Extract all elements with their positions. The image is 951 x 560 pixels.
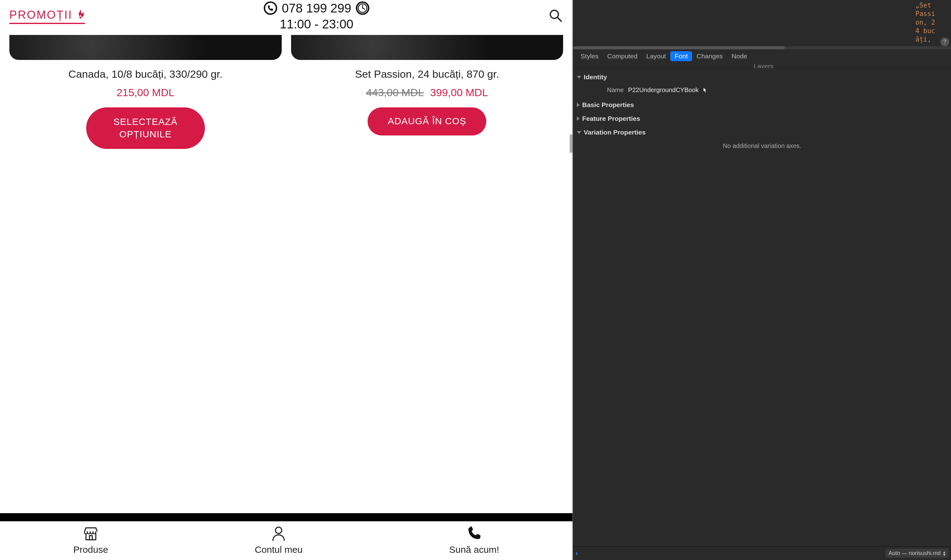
select-options-button[interactable]: SELECTEAZĂ OPȚIUNILE (86, 108, 205, 149)
product-image[interactable] (9, 35, 282, 60)
tab-node[interactable]: Node (727, 51, 751, 61)
nav-produse[interactable]: Produse (73, 525, 108, 555)
viewport-scrollbar[interactable] (570, 134, 572, 153)
font-panel: Identity Name P22UndergroundCYBook Basic… (573, 68, 951, 546)
phone-ring-icon (264, 1, 277, 15)
header-phone-number[interactable]: 078 199 299 (282, 1, 351, 15)
product-price-row: 443,00 MDL 399,00 MDL (366, 86, 488, 98)
console-context-selector[interactable]: Auto — norisushi.md ▴▾ (885, 549, 948, 558)
section-variation-label: Variation Properties (584, 129, 646, 136)
svg-point-0 (265, 2, 277, 14)
product-price: 215,00 MDL (117, 86, 174, 98)
chevron-updown-icon: ▴▾ (943, 551, 945, 556)
search-button[interactable] (548, 8, 563, 25)
product-image[interactable] (291, 35, 563, 60)
console-context-label: Auto — norisushi.md (889, 550, 941, 557)
header-hours: 11:00 - 23:00 (264, 17, 369, 31)
phone-icon (465, 525, 482, 542)
section-basic-properties[interactable]: Basic Properties (576, 98, 948, 112)
nav-suna-acum[interactable]: Sună acum! (449, 525, 499, 555)
dom-text-node[interactable]: „Set Passion, 24 bucăți, (916, 1, 938, 44)
header-phone-row: 078 199 299 (264, 1, 369, 15)
product-old-price: 443,00 MDL (366, 86, 424, 98)
chevron-right-icon (577, 117, 580, 121)
footer-strip (0, 513, 572, 521)
tab-changes[interactable]: Changes (692, 51, 727, 61)
product-price-row: 215,00 MDL (117, 86, 174, 98)
website-viewport: PROMOȚII 078 199 299 11:00 - 23:00 (0, 0, 572, 560)
identity-name-label: Name (577, 86, 624, 94)
clock-icon (356, 1, 370, 15)
tab-layout[interactable]: Layout (642, 51, 670, 61)
search-icon (548, 8, 563, 23)
add-to-cart-button[interactable]: ADAUGĂ ÎN COȘ (368, 108, 486, 135)
nav-produse-label: Produse (73, 545, 108, 555)
product-card: Set Passion, 24 bucăți, 870 gr. 443,00 M… (291, 35, 563, 149)
store-icon (82, 525, 99, 542)
devtools-dom-preview[interactable]: „Set Passion, 24 bucăți, ? (573, 0, 951, 49)
header-contact: 078 199 299 11:00 - 23:00 (264, 1, 369, 31)
tab-font[interactable]: Font (670, 51, 692, 61)
devtools-sidebar-tabs: Styles Computed Layout Font Changes Node… (573, 49, 951, 68)
section-feature-label: Feature Properties (582, 115, 640, 122)
devtools-console-bar: › Auto — norisushi.md ▴▾ (573, 546, 951, 560)
tab-layers-overflow[interactable]: Layers (576, 61, 951, 68)
chevron-down-icon (577, 76, 581, 78)
svg-line-4 (558, 17, 561, 21)
chevron-right-icon (577, 103, 580, 107)
devtools-panel: „Set Passion, 24 bucăți, ? Styles Comput… (572, 0, 951, 560)
product-price: 399,00 MDL (430, 86, 488, 98)
dom-preview-scrollbar[interactable] (573, 46, 951, 49)
section-basic-label: Basic Properties (582, 101, 634, 109)
variation-empty-note: No additional variation axes. (576, 139, 948, 153)
section-variation-properties[interactable]: Variation Properties (576, 126, 948, 139)
products-row: Canada, 10/8 bucăți, 330/290 gr. 215,00 … (0, 35, 572, 149)
nav-contul-meu[interactable]: Contul meu (255, 525, 303, 555)
nav-suna-label: Sună acum! (449, 545, 499, 555)
product-title[interactable]: Set Passion, 24 bucăți, 870 gr. (355, 68, 499, 81)
identity-name-value[interactable]: P22UndergroundCYBook (628, 86, 699, 94)
section-identity-label: Identity (584, 73, 607, 81)
svg-point-5 (276, 527, 282, 534)
chevron-down-icon (577, 131, 581, 134)
tab-computed[interactable]: Computed (603, 51, 642, 61)
site-header: PROMOȚII 078 199 299 11:00 - 23:00 (0, 0, 572, 35)
flame-icon (76, 9, 85, 21)
nav-promo-label: PROMOȚII (9, 8, 72, 22)
nav-promo-link[interactable]: PROMOȚII (9, 8, 85, 24)
section-identity[interactable]: Identity (576, 70, 948, 84)
user-icon (270, 525, 287, 542)
product-title[interactable]: Canada, 10/8 bucăți, 330/290 gr. (68, 68, 222, 81)
help-icon[interactable]: ? (940, 37, 949, 46)
console-prompt-icon[interactable]: › (576, 549, 578, 557)
nav-contul-label: Contul meu (255, 545, 303, 555)
mouse-cursor-icon (703, 87, 707, 93)
product-card: Canada, 10/8 bucăți, 330/290 gr. 215,00 … (9, 35, 282, 149)
bottom-nav: Produse Contul meu Sună acum! (0, 521, 572, 560)
identity-name-row: Name P22UndergroundCYBook (576, 84, 948, 98)
tab-styles[interactable]: Styles (576, 51, 603, 61)
section-feature-properties[interactable]: Feature Properties (576, 112, 948, 126)
